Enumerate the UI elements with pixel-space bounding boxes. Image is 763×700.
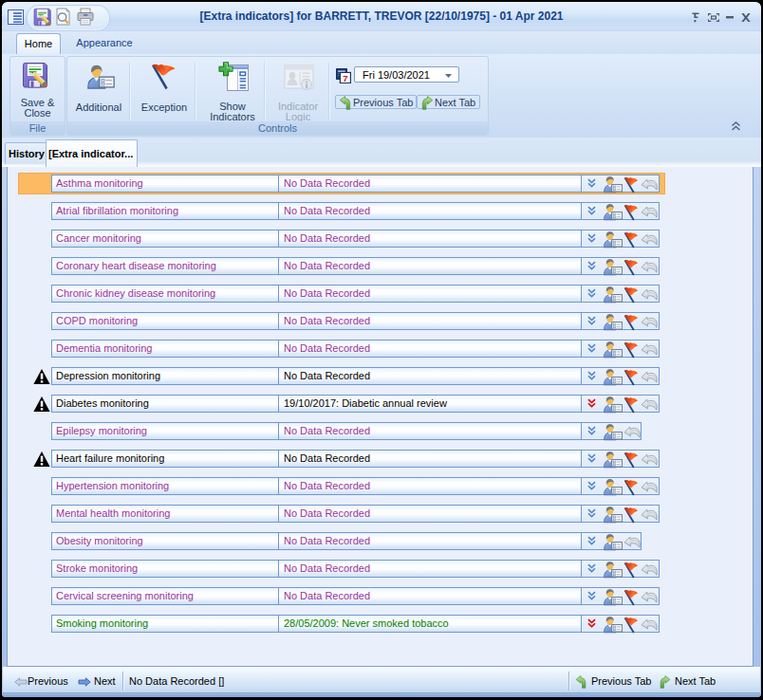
svg-text:7: 7	[343, 73, 347, 83]
